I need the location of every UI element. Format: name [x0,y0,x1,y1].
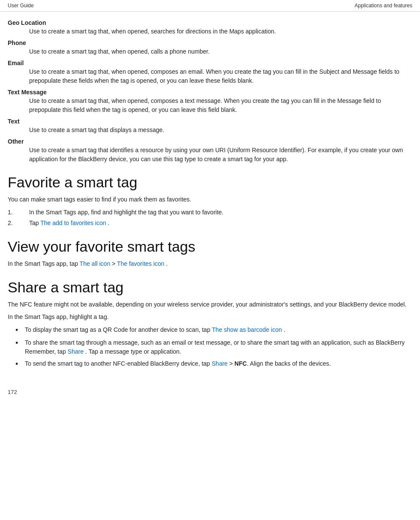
bullet-text-2: To share the smart tag through a message… [25,338,412,357]
bullet3-after: > [228,360,234,367]
header-right: Applications and features [354,3,412,9]
share-heading: Share a smart tag [8,279,412,296]
bullet1-after: . [282,326,285,333]
bullet3-before: To send the smart tag to another NFC-ena… [25,360,212,367]
bullet1-highlighted: The show as barcode icon [212,326,282,333]
step2-before: Tap [29,219,40,226]
bullet3-highlighted: Share [212,360,228,367]
section-body-text-message: Use to create a smart tag that, when ope… [29,96,412,114]
section-text-message: Text Message Use to create a smart tag t… [8,89,412,114]
favorite-heading: Favorite a smart tag [8,174,412,191]
section-phone: Phone Use to create a smart tag that, wh… [8,39,412,56]
step1-num: 1. [8,208,29,217]
share-intro: In the Smart Tags app, highlight a tag. [8,313,412,322]
section-title-geo-location: Geo Location [8,19,412,26]
section-body-other: Use to create a smart tag that identifie… [29,146,412,164]
page-number: 172 [8,389,17,395]
section-body-text: Use to create a smart tag that displays … [29,126,412,135]
section-body-geo-location: Use to create a smart tag that, when ope… [29,27,412,36]
bullet-text-3: To send the smart tag to another NFC-ena… [25,359,412,369]
view-highlighted2: The favorites icon [117,260,165,267]
bullet-dot-1: • [15,325,25,335]
section-title-other: Other [8,138,412,145]
bullet-item-2: • To share the smart tag through a messa… [15,338,412,357]
view-middle: > [110,260,117,267]
share-note: The NFC feature might not be available, … [8,300,412,310]
view-highlighted1: The all icon [80,260,111,267]
header-left: User Guide [8,3,34,9]
share-section: Share a smart tag The NFC feature might … [8,279,412,370]
bullet2-after: . Tap a message type or application. [84,348,181,355]
bullet-text-1: To display the smart tag as a QR Code fo… [25,325,412,335]
section-title-text-message: Text Message [8,89,412,96]
section-other: Other Use to create a smart tag that ide… [8,138,412,164]
section-email: Email Use to create a smart tag that, wh… [8,60,412,85]
section-body-phone: Use to create a smart tag that, when ope… [29,47,412,56]
section-title-text: Text [8,118,412,125]
favorite-intro: You can make smart tags easier to find i… [8,195,412,204]
share-bullets: • To display the smart tag as a QR Code … [15,325,412,369]
section-title-phone: Phone [8,39,412,46]
step2-after: . [106,219,110,226]
step2-text: Tap The add to favorites icon . [29,219,109,228]
view-body: In the Smart Tags app, tap The all icon … [8,259,412,269]
bullet1-before: To display the smart tag as a QR Code fo… [25,326,212,333]
view-before: In the Smart Tags app, tap [8,260,80,267]
favorite-step-2: 2. Tap The add to favorites icon . [8,219,412,228]
view-section: View your favorite smart tags In the Sma… [8,238,412,269]
step1-text: In the Smart Tags app, find and highligh… [29,208,223,217]
view-after: . [164,260,168,267]
step2-num: 2. [8,219,29,228]
bullet-dot-2: • [15,338,25,357]
bullet3-end: . Align the backs of the devices. [247,360,331,367]
bullet3-bold: NFC [234,360,247,367]
section-geo-location: Geo Location Use to create a smart tag t… [8,19,412,36]
section-body-email: Use to create a smart tag that, when ope… [29,67,412,85]
page-footer: 172 [0,385,420,399]
favorite-step-1: 1. In the Smart Tags app, find and highl… [8,208,412,217]
favorite-section: Favorite a smart tag You can make smart … [8,174,412,228]
page-header: User Guide Applications and features [0,0,420,12]
view-heading: View your favorite smart tags [8,238,412,255]
bullet2-highlighted: Share [68,348,84,355]
bullet-item-3: • To send the smart tag to another NFC-e… [15,359,412,369]
section-title-email: Email [8,60,412,66]
section-text: Text Use to create a smart tag that disp… [8,118,412,135]
bullet-dot-3: • [15,359,25,369]
step2-highlighted: The add to favorites icon [40,219,106,226]
bullet-item-1: • To display the smart tag as a QR Code … [15,325,412,335]
